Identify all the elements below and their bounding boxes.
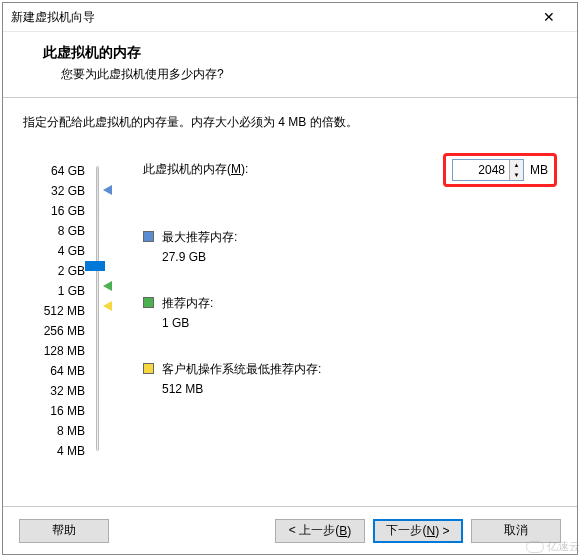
scale-label: 4 GB xyxy=(23,241,85,261)
memory-field-label: 此虚拟机的内存(M): xyxy=(143,161,248,178)
rec-marker-icon xyxy=(103,281,112,291)
rec-recommendation: 推荐内存: 1 GB xyxy=(143,295,213,330)
slider-thumb[interactable] xyxy=(85,261,105,271)
min-rec-value: 512 MB xyxy=(162,382,321,396)
rec-value: 1 GB xyxy=(162,316,213,330)
slider-track xyxy=(96,166,99,451)
button-bar: 帮助 < 上一步(B) 下一步(N) > 取消 xyxy=(3,506,577,554)
spinner-down-icon[interactable]: ▼ xyxy=(510,170,523,180)
scale-label: 32 GB xyxy=(23,181,85,201)
scale-label: 64 GB xyxy=(23,161,85,181)
min-recommendation: 客户机操作系统最低推荐内存: 512 MB xyxy=(143,361,321,396)
scale-label: 64 MB xyxy=(23,361,85,381)
min-rec-label: 客户机操作系统最低推荐内存: xyxy=(162,361,321,378)
titlebar: 新建虚拟机向导 ✕ xyxy=(3,3,577,32)
scale-label: 8 GB xyxy=(23,221,85,241)
scale-label: 512 MB xyxy=(23,301,85,321)
help-button[interactable]: 帮助 xyxy=(19,519,109,543)
close-icon[interactable]: ✕ xyxy=(529,3,569,31)
memory-spinner[interactable]: ▲ ▼ xyxy=(452,159,524,181)
scale-label: 256 MB xyxy=(23,321,85,341)
back-button[interactable]: < 上一步(B) xyxy=(275,519,365,543)
watermark: 亿速云 xyxy=(526,539,580,554)
square-icon xyxy=(143,297,154,308)
rec-label: 推荐内存: xyxy=(162,295,213,312)
square-icon xyxy=(143,363,154,374)
watermark-text: 亿速云 xyxy=(547,539,580,554)
scale-label: 1 GB xyxy=(23,281,85,301)
max-marker-icon xyxy=(103,185,112,195)
max-rec-label: 最大推荐内存: xyxy=(162,229,237,246)
page-title: 此虚拟机的内存 xyxy=(43,44,553,62)
memory-slider[interactable] xyxy=(85,161,123,461)
memory-input[interactable] xyxy=(453,160,509,180)
cloud-icon xyxy=(526,541,544,553)
info-panel: 此虚拟机的内存(M): ▲ ▼ MB 最大推荐内存: xyxy=(123,161,557,461)
spinner-up-icon[interactable]: ▲ xyxy=(510,160,523,170)
square-icon xyxy=(143,231,154,242)
scale-label: 128 MB xyxy=(23,341,85,361)
scale-label: 8 MB xyxy=(23,421,85,441)
scale-label: 16 GB xyxy=(23,201,85,221)
memory-scale: 64 GB 32 GB 16 GB 8 GB 4 GB 2 GB 1 GB 51… xyxy=(23,161,85,461)
max-rec-value: 27.9 GB xyxy=(162,250,237,264)
next-button[interactable]: 下一步(N) > xyxy=(373,519,463,543)
scale-label: 4 MB xyxy=(23,441,85,461)
scale-label: 2 GB xyxy=(23,261,85,281)
content-area: 指定分配给此虚拟机的内存量。内存大小必须为 4 MB 的倍数。 64 GB 32… xyxy=(3,98,577,506)
page-subtitle: 您要为此虚拟机使用多少内存? xyxy=(43,66,553,83)
instruction-text: 指定分配给此虚拟机的内存量。内存大小必须为 4 MB 的倍数。 xyxy=(23,114,557,131)
scale-label: 16 MB xyxy=(23,401,85,421)
wizard-dialog: 新建虚拟机向导 ✕ 此虚拟机的内存 您要为此虚拟机使用多少内存? 指定分配给此虚… xyxy=(2,2,578,555)
memory-unit: MB xyxy=(530,163,548,177)
min-marker-icon xyxy=(103,301,112,311)
scale-label: 32 MB xyxy=(23,381,85,401)
memory-input-highlight: ▲ ▼ MB xyxy=(443,153,557,187)
wizard-header: 此虚拟机的内存 您要为此虚拟机使用多少内存? xyxy=(3,32,577,98)
window-title: 新建虚拟机向导 xyxy=(11,9,529,26)
max-recommendation: 最大推荐内存: 27.9 GB xyxy=(143,229,237,264)
